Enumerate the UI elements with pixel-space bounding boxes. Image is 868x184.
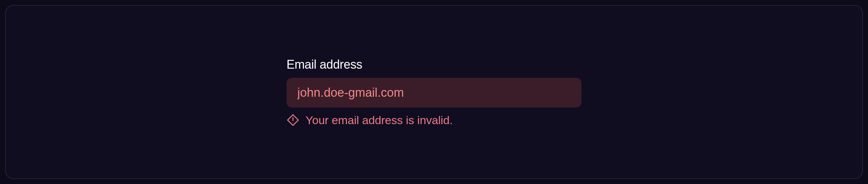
form-card: Email address Your email address is inva… (5, 5, 863, 179)
error-message-row: Your email address is invalid. (287, 114, 581, 127)
warning-diamond-icon (287, 114, 299, 127)
svg-point-1 (293, 122, 293, 123)
email-input[interactable] (287, 78, 581, 108)
error-message-text: Your email address is invalid. (305, 114, 453, 127)
email-input-wrapper (287, 78, 581, 108)
email-field-group: Email address Your email address is inva… (287, 58, 581, 127)
email-label: Email address (287, 58, 581, 72)
